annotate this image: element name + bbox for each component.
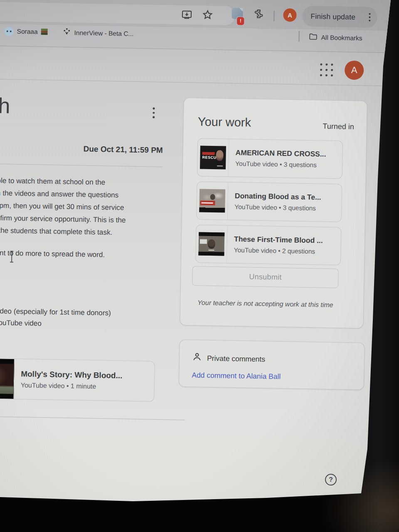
person-icon [192, 352, 202, 363]
work-item-meta: YouTube video • 2 questions [234, 246, 323, 256]
video-thumbnail [0, 358, 15, 399]
description-line: pm, then you will get 30 mins of service [0, 201, 124, 212]
books-emoji [41, 29, 49, 35]
finish-update-label: Finish update [310, 12, 355, 22]
private-comments-title: Private comments [207, 354, 265, 364]
bookmark-star-icon[interactable] [202, 9, 214, 22]
description-line: ant to do more to spread the word. [0, 249, 105, 259]
unsubmit-button[interactable]: Unsubmit [192, 266, 339, 288]
bookmark-item-soraaa[interactable]: Soraaa [4, 27, 48, 37]
work-item-title: Donating Blood as a Te... [235, 192, 321, 202]
description-line: ble to watch them at school on the [0, 176, 105, 187]
private-comments-card: Private comments Add comment to Alania B… [179, 340, 365, 390]
your-work-title: Your work [198, 115, 251, 129]
your-work-card: Your work Turned in RESCUE AMERICAN RED … [180, 98, 367, 329]
video-thumbnail: RESCUE [197, 138, 229, 176]
attachment-title: Molly's Story: Why Blood... [21, 369, 122, 380]
work-item-first-time-blood[interactable]: These First-Time Blood ... YouTube video… [195, 224, 342, 265]
more-options-icon[interactable] [369, 13, 370, 21]
download-icon[interactable] [181, 9, 193, 22]
video-thumbnail [197, 182, 229, 219]
extensions-puzzle-icon[interactable] [253, 9, 264, 21]
description-line: h the videos and answer the questions [0, 189, 118, 200]
bookmark-label: Soraaa [17, 28, 38, 36]
google-apps-grid-icon[interactable] [320, 63, 334, 77]
laptop-screen: ! A Finish update Soraaa [0, 0, 399, 532]
text-cursor-ibeam [10, 251, 14, 263]
video-note-line: YouTube video [0, 318, 42, 328]
help-icon[interactable]: ? [325, 474, 337, 485]
all-bookmarks-button[interactable]: All Bookmarks [308, 32, 362, 44]
work-item-donating-blood[interactable]: Donating Blood as a Te... YouTube video … [196, 181, 342, 222]
attachment-molly-video[interactable]: Molly's Story: Why Blood... YouTube vide… [0, 358, 155, 401]
work-item-american-red-cross[interactable]: RESCUE AMERICAN RED CROSS... YouTube vid… [197, 138, 343, 179]
video-thumbnail [196, 225, 228, 263]
extension-alert-badge: ! [237, 17, 244, 25]
add-comment-link[interactable]: Add comment to Alania Ball [192, 371, 281, 381]
folder-icon [308, 32, 318, 43]
all-bookmarks-label: All Bookmarks [321, 34, 362, 42]
attachment-meta: YouTube video • 1 minute [21, 382, 122, 391]
video-note-line: video (especially for 1st time donors) [0, 307, 111, 318]
description-line: nfirm your service opportunity. This is … [0, 214, 126, 224]
classroom-account-avatar[interactable]: A [345, 61, 364, 80]
extension-card-fold [239, 8, 243, 12]
description-line: the students that complete this task. [0, 226, 113, 237]
assignment-title-partial: h [0, 93, 10, 118]
assignment-menu-icon[interactable] [153, 107, 155, 121]
turned-in-status: Turned in [323, 122, 354, 131]
bookmark-label: InnerView - Beta C... [74, 29, 133, 37]
teacher-not-accepting-notice: Your teacher is not accepting work at th… [196, 298, 334, 310]
work-item-meta: YouTube video • 3 questions [235, 160, 326, 169]
innerview-favicon [62, 28, 71, 38]
work-item-meta: YouTube video • 3 questions [234, 203, 321, 212]
classroom-header-border [0, 79, 399, 87]
work-item-title: These First-Time Blood ... [234, 235, 323, 245]
work-item-title: AMERICAN RED CROSS... [235, 148, 326, 159]
bookmark-item-innerview[interactable]: InnerView - Beta C... [62, 28, 133, 39]
finish-update-button[interactable]: Finish update [302, 6, 377, 28]
soraaa-favicon [4, 27, 13, 36]
due-date: Due Oct 21, 11:59 PM [0, 143, 163, 155]
divider [0, 164, 163, 167]
divider [0, 416, 185, 420]
